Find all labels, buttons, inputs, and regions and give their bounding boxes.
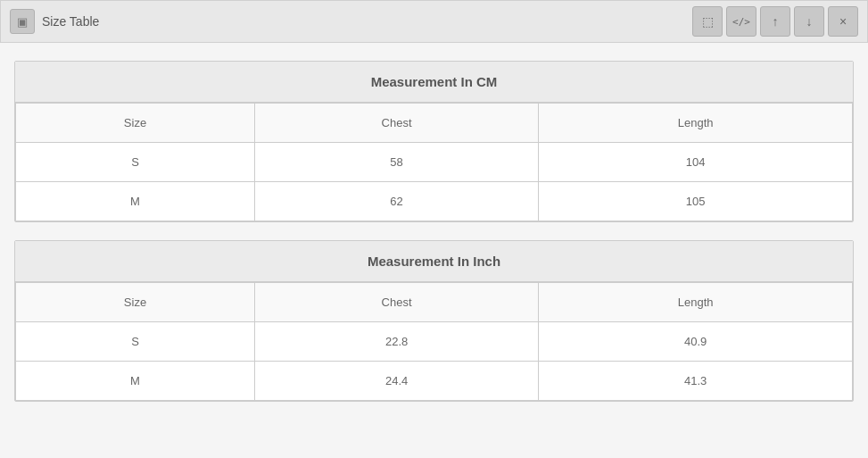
up-arrow-icon: ↑ <box>773 14 779 29</box>
cm-size-table: Measurement In CM Size Chest Length S 58… <box>14 61 854 222</box>
toolbar-actions: ⬚ </> ↑ ↓ × <box>692 6 858 37</box>
down-arrow-icon: ↓ <box>806 14 813 29</box>
inch-size-table: Measurement In Inch Size Chest Length S … <box>14 240 854 402</box>
toolbar-menu-icon[interactable]: ▣ <box>10 9 35 34</box>
cm-row1-chest: 58 <box>255 143 539 182</box>
inch-table: Size Chest Length S 22.8 40.9 M 24.4 41.… <box>15 282 853 401</box>
cm-row2-length: 105 <box>539 182 853 221</box>
cm-table-title: Measurement In CM <box>15 62 853 103</box>
table-row: S 58 104 <box>16 143 853 182</box>
inch-row1-length: 40.9 <box>539 322 853 362</box>
table-row: M 24.4 41.3 <box>16 362 853 401</box>
move-down-button[interactable]: ↓ <box>794 6 824 37</box>
image-button[interactable]: ⬚ <box>692 6 723 37</box>
inch-col-size: Size <box>16 283 255 322</box>
inch-row2-size: M <box>16 362 255 401</box>
inch-col-length: Length <box>539 283 853 322</box>
inch-row2-length: 41.3 <box>539 362 853 401</box>
code-button[interactable]: </> <box>726 6 756 37</box>
inch-row1-chest: 22.8 <box>255 322 539 362</box>
cm-header-row: Size Chest Length <box>16 104 853 143</box>
table-row: S 22.8 40.9 <box>16 322 853 362</box>
cm-row2-chest: 62 <box>255 182 539 221</box>
inch-row1-size: S <box>16 322 255 362</box>
cm-row2-size: M <box>16 182 255 221</box>
toolbar-title: Size Table <box>42 14 685 29</box>
inch-header-row: Size Chest Length <box>16 283 853 322</box>
image-icon: ⬚ <box>702 14 714 29</box>
inch-row2-chest: 24.4 <box>255 362 539 401</box>
cm-row1-size: S <box>16 143 255 182</box>
menu-icon: ▣ <box>17 15 28 29</box>
code-icon: </> <box>732 16 750 28</box>
cm-col-chest: Chest <box>255 104 539 143</box>
close-button[interactable]: × <box>828 6 858 37</box>
cm-col-size: Size <box>16 104 255 143</box>
close-icon: × <box>839 14 847 29</box>
cm-col-length: Length <box>539 104 853 143</box>
cm-row1-length: 104 <box>539 143 853 182</box>
toolbar: ▣ Size Table ⬚ </> ↑ ↓ × <box>0 0 868 43</box>
cm-table: Size Chest Length S 58 104 M 62 105 <box>15 103 853 221</box>
main-content: Measurement In CM Size Chest Length S 58… <box>0 43 868 458</box>
move-up-button[interactable]: ↑ <box>760 6 790 37</box>
inch-table-title: Measurement In Inch <box>15 241 853 282</box>
table-row: M 62 105 <box>16 182 853 221</box>
inch-col-chest: Chest <box>255 283 539 322</box>
